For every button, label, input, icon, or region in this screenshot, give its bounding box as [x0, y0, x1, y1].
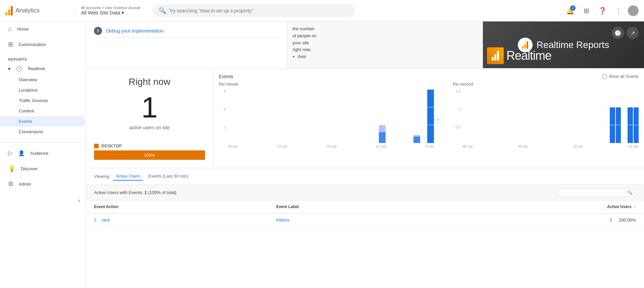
sidebar-item-conversions[interactable]: Conversions — [0, 127, 86, 137]
chevron-down-icon: ▾ — [121, 10, 124, 16]
table-search-input[interactable] — [557, 189, 624, 196]
viewing-section: Viewing: Active Users Events (Last 30 mi… — [86, 168, 644, 185]
realtime-main: Right now 1 active users on site DESKTOP… — [86, 68, 644, 168]
col-event-action: Event Action — [86, 200, 268, 213]
sidebar-item-traffic-sources[interactable]: Traffic Sources — [0, 95, 86, 106]
search-icon: 🔍 — [627, 190, 633, 195]
device-type-desktop: DESKTOP — [94, 144, 205, 148]
logo-area: Analytics — [5, 6, 72, 15]
per-second-label: Per second — [453, 82, 639, 87]
per-minute-label: Per minute — [219, 82, 442, 87]
notification-badge: 2 — [570, 5, 576, 11]
more-button[interactable]: ⋮ — [612, 4, 625, 17]
banner-left: 5 Debug your implementation — [86, 21, 287, 68]
grid-icon: ⊞ — [584, 7, 589, 15]
account-selector[interactable]: All accounts > User Science Journal All … — [75, 6, 145, 16]
share-button[interactable]: ↗ — [627, 27, 639, 39]
sidebar-item-content[interactable]: Content — [0, 106, 86, 116]
cell-active-users: 1 100.00% — [442, 213, 644, 227]
col-event-label: Event Label — [268, 200, 442, 213]
events-header: Events Show all: Events — [219, 74, 639, 79]
device-legend: DESKTOP 100% — [94, 144, 205, 160]
sidebar-item-events[interactable]: Events — [0, 116, 86, 127]
collapse-button[interactable]: ‹ — [0, 192, 86, 207]
more-icon: ⋮ — [615, 7, 622, 15]
home-icon: ⌂ — [8, 26, 12, 33]
right-now-panel: Right now 1 active users on site DESKTOP… — [86, 68, 213, 168]
right-now-title: Right now — [129, 77, 170, 87]
show-all-checkbox[interactable]: Show all: Events — [602, 74, 639, 79]
discover-icon: 💡 — [8, 165, 15, 172]
right-now-number: 1 — [141, 93, 158, 122]
debug-link[interactable]: Debug your implementation — [106, 28, 163, 34]
table-row: 1. click Kittens 1 100.00% — [86, 213, 644, 227]
header-actions: 🔔 2 ⊞ ❓ ⋮ — [563, 4, 639, 17]
clock-icon: 🕐 — [16, 65, 22, 72]
audience-icon: ▷ — [8, 149, 13, 157]
step-number: 5 — [94, 27, 102, 35]
search-input[interactable] — [169, 8, 349, 13]
tab-active-users[interactable]: Active Users — [113, 172, 143, 181]
apps-button[interactable]: ⊞ — [580, 4, 593, 17]
right-now-subtitle: active users on site — [130, 125, 170, 130]
sidebar-item-discover[interactable]: 💡 Discover — [0, 161, 86, 176]
device-bar-container: 100% — [94, 150, 205, 160]
per-second-chart: Per second 1.5 1 0.5 — [447, 82, 639, 162]
account-name[interactable]: All Web Site Data ▾ — [81, 10, 140, 16]
active-users-text: Active Users with Events: 1 (100% of tot… — [94, 190, 177, 195]
per-second-bars — [462, 89, 639, 143]
banner-step: 5 Debug your implementation — [94, 27, 279, 35]
main-content: 5 Debug your implementation the number o… — [86, 21, 644, 288]
sidebar-item-admin[interactable]: ⚙ Admin — [0, 176, 86, 192]
realtime-group-header[interactable]: ▾ 🕐 Realtime — [0, 63, 86, 75]
header: Analytics All accounts > User Science Jo… — [0, 0, 644, 21]
table-search-box[interactable]: 🔍 — [557, 188, 636, 197]
search-icon: 🔍 — [159, 7, 166, 14]
sidebar-item-home[interactable]: ⌂ Home — [0, 21, 86, 37]
notifications-button[interactable]: 🔔 2 — [563, 4, 577, 17]
help-button[interactable]: ❓ — [596, 4, 609, 17]
sidebar-item-audience[interactable]: ▷ 👤 Audience — [0, 145, 86, 161]
per-minute-bars — [227, 89, 434, 143]
viewing-label: Viewing: — [94, 174, 110, 179]
collapse-arrow-icon: ‹ — [78, 197, 80, 204]
search-bar[interactable]: 🔍 — [153, 4, 355, 17]
banner-actions: 🕐 ↗ — [612, 27, 639, 39]
col-active-users: Active Users ↓ — [442, 200, 644, 213]
banner-center: the number of people on your site right … — [287, 21, 483, 68]
sidebar-item-overview[interactable]: Overview — [0, 75, 86, 85]
audience-expand-icon: 👤 — [18, 150, 25, 156]
sidebar-item-customization[interactable]: ⊞ Customization — [0, 37, 86, 52]
sidebar-item-locations[interactable]: Locations — [0, 85, 86, 95]
events-table: Event Action Event Label Active Users ↓ … — [86, 200, 644, 227]
cell-event-label: Kittens — [268, 213, 442, 227]
device-bar-fill: 100% — [94, 150, 205, 160]
admin-icon: ⚙ — [8, 180, 13, 188]
show-all-input[interactable] — [602, 75, 607, 79]
avatar[interactable] — [628, 5, 639, 16]
events-title: Events — [219, 74, 233, 79]
banner-right: 🕐 ↗ Realtime Reports — [483, 21, 644, 68]
layout: ⌂ Home ⊞ Customization REPORTS ▾ 🕐 Realt… — [0, 21, 644, 288]
analytics-logo — [5, 6, 13, 15]
breadcrumb: All accounts > User Science Journal — [81, 6, 140, 10]
tab-events[interactable]: Events (Last 30 min) — [146, 172, 191, 181]
sidebar: ⌂ Home ⊞ Customization REPORTS ▾ 🕐 Realt… — [0, 21, 86, 288]
sort-icon: ↓ — [634, 204, 636, 209]
device-name: DESKTOP — [101, 144, 122, 148]
chart-nav-arrow[interactable]: › — [434, 115, 442, 124]
event-action-link[interactable]: click — [101, 218, 110, 223]
device-color — [94, 144, 99, 148]
share-icon: ↗ — [631, 30, 635, 36]
table-search-button[interactable]: 🔍 — [624, 189, 636, 196]
active-users-bar: Active Users with Events: 1 (100% of tot… — [86, 185, 644, 200]
logo-text: Analytics — [15, 7, 40, 14]
help-icon: ❓ — [598, 7, 607, 15]
clock-icon: 🕐 — [614, 30, 621, 36]
collapse-icon: ▾ — [8, 66, 10, 71]
charts-row: Per minute 3 2 1 — [219, 82, 639, 162]
top-banner: 5 Debug your implementation the number o… — [86, 21, 644, 68]
event-label-link[interactable]: Kittens — [276, 218, 290, 223]
clock-button[interactable]: 🕐 — [612, 27, 624, 39]
reports-label: REPORTS — [0, 52, 86, 63]
